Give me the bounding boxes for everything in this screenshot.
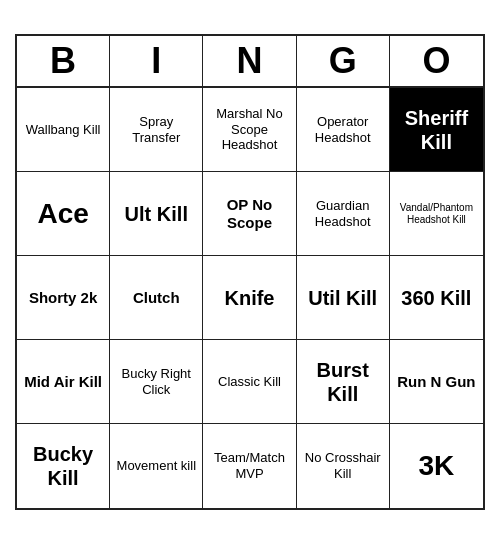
bingo-cell: No Crosshair Kill	[297, 424, 390, 508]
cell-text: Movement kill	[117, 458, 196, 474]
cell-text: Wallbang Kill	[26, 122, 101, 138]
cell-text: Util Kill	[308, 286, 377, 310]
cell-text: Knife	[224, 286, 274, 310]
bingo-cell: Guardian Headshot	[297, 172, 390, 256]
bingo-grid: Wallbang KillSpray TransferMarshal No Sc…	[17, 88, 483, 508]
bingo-cell: Clutch	[110, 256, 203, 340]
cell-text: Vandal/Phantom Headshot Kill	[394, 202, 479, 226]
cell-text: Marshal No Scope Headshot	[207, 106, 291, 153]
cell-text: 360 Kill	[401, 286, 471, 310]
bingo-cell: Util Kill	[297, 256, 390, 340]
cell-text: Mid Air Kill	[24, 373, 102, 391]
bingo-cell: Vandal/Phantom Headshot Kill	[390, 172, 483, 256]
bingo-cell: Sheriff Kill	[390, 88, 483, 172]
bingo-cell: Knife	[203, 256, 296, 340]
cell-text: Bucky Kill	[21, 442, 105, 490]
cell-text: 3K	[418, 449, 454, 483]
header-letter: G	[297, 36, 390, 86]
cell-text: Classic Kill	[218, 374, 281, 390]
header-letter: N	[203, 36, 296, 86]
cell-text: No Crosshair Kill	[301, 450, 385, 481]
bingo-cell: Shorty 2k	[17, 256, 110, 340]
cell-text: Guardian Headshot	[301, 198, 385, 229]
bingo-cell: Burst Kill	[297, 340, 390, 424]
bingo-cell: Ult Kill	[110, 172, 203, 256]
bingo-cell: Marshal No Scope Headshot	[203, 88, 296, 172]
bingo-cell: Ace	[17, 172, 110, 256]
cell-text: Ult Kill	[125, 202, 188, 226]
bingo-cell: Classic Kill	[203, 340, 296, 424]
bingo-cell: Bucky Right Click	[110, 340, 203, 424]
header-letter: O	[390, 36, 483, 86]
bingo-cell: Spray Transfer	[110, 88, 203, 172]
bingo-card: BINGO Wallbang KillSpray TransferMarshal…	[15, 34, 485, 510]
bingo-cell: Team/Match MVP	[203, 424, 296, 508]
cell-text: Ace	[37, 197, 88, 231]
cell-text: Clutch	[133, 289, 180, 307]
cell-text: Burst Kill	[301, 358, 385, 406]
bingo-cell: OP No Scope	[203, 172, 296, 256]
cell-text: Sheriff Kill	[394, 106, 479, 154]
bingo-cell: Bucky Kill	[17, 424, 110, 508]
bingo-cell: Operator Headshot	[297, 88, 390, 172]
cell-text: Operator Headshot	[301, 114, 385, 145]
header-letter: B	[17, 36, 110, 86]
cell-text: Team/Match MVP	[207, 450, 291, 481]
cell-text: Bucky Right Click	[114, 366, 198, 397]
bingo-cell: Wallbang Kill	[17, 88, 110, 172]
bingo-header: BINGO	[17, 36, 483, 88]
bingo-cell: Movement kill	[110, 424, 203, 508]
cell-text: Spray Transfer	[114, 114, 198, 145]
bingo-cell: 360 Kill	[390, 256, 483, 340]
cell-text: Shorty 2k	[29, 289, 97, 307]
bingo-cell: 3K	[390, 424, 483, 508]
bingo-cell: Mid Air Kill	[17, 340, 110, 424]
cell-text: OP No Scope	[207, 196, 291, 232]
cell-text: Run N Gun	[397, 373, 475, 391]
bingo-cell: Run N Gun	[390, 340, 483, 424]
header-letter: I	[110, 36, 203, 86]
